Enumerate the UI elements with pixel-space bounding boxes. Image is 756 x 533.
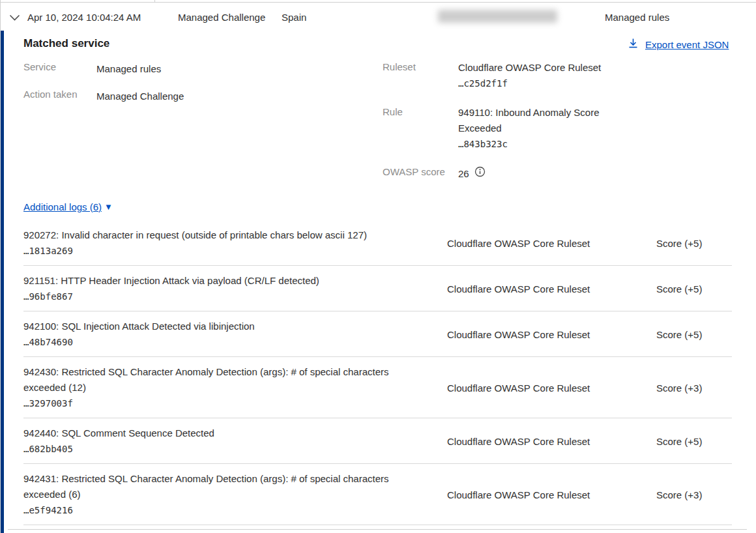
- log-rule-cell: 942431: Restricted SQL Character Anomaly…: [23, 471, 447, 518]
- log-row: 920272: Invalid character in request (ou…: [23, 220, 732, 266]
- log-rule-title: 942430: Restricted SQL Character Anomaly…: [23, 366, 389, 393]
- ruleset-label: Ruleset: [383, 61, 416, 72]
- log-rule-title: 920272: Invalid character in request (ou…: [23, 229, 367, 240]
- owasp-score-value: 26: [458, 166, 469, 182]
- log-rule-hash: …e5f94216: [23, 505, 73, 515]
- info-icon[interactable]: [474, 166, 486, 180]
- log-rule-hash: …48b74690: [23, 337, 73, 347]
- owasp-score-label: OWASP score: [383, 166, 445, 177]
- ruleset-hash: …c25d2f1f: [458, 78, 508, 89]
- log-rule-cell: 921151: HTTP Header Injection Attack via…: [23, 273, 447, 304]
- download-icon: [628, 38, 639, 51]
- additional-logs-toggle[interactable]: Additional logs (6) ▼: [23, 201, 113, 212]
- log-rule-title: 942440: SQL Comment Sequence Detected: [23, 427, 214, 439]
- log-rule-hash: …682bb405: [23, 444, 73, 454]
- event-timestamp: Apr 10, 2024 10:04:24 AM: [27, 12, 141, 23]
- log-ruleset-cell: Cloudflare OWASP Core Ruleset: [447, 436, 656, 447]
- log-ruleset-cell: Cloudflare OWASP Core Ruleset: [447, 329, 656, 340]
- ruleset-value: Cloudflare OWASP Core Ruleset …c25d2f1f: [458, 60, 615, 91]
- log-row: 921151: HTTP Header Injection Attack via…: [23, 266, 732, 311]
- log-rule-cell: 942100: SQL Injection Attack Detected vi…: [23, 319, 447, 350]
- collapse-row-chevron-down-icon[interactable]: [9, 12, 20, 24]
- firewall-event-detail: Apr 10, 2024 10:04:24 AM Managed Challen…: [0, 0, 756, 533]
- log-ruleset-cell: Cloudflare OWASP Core Ruleset: [447, 238, 656, 249]
- log-rule-hash: …1813a269: [23, 246, 73, 256]
- log-rule-cell: 942430: Restricted SQL Character Anomaly…: [23, 364, 447, 411]
- log-rule-title: 942100: SQL Injection Attack Detected vi…: [23, 321, 255, 332]
- export-event-json-link[interactable]: Export event JSON: [645, 39, 729, 50]
- event-action: Managed Challenge: [178, 12, 265, 23]
- redacted-host-text: [438, 10, 557, 23]
- selected-row-accent-stripe: [1, 31, 4, 533]
- top-border: [0, 2, 756, 3]
- service-value: Managed rules: [96, 61, 161, 77]
- left-border: [0, 0, 1, 31]
- additional-logs-table: 920272: Invalid character in request (ou…: [23, 220, 732, 525]
- rule-label: Rule: [383, 106, 403, 117]
- log-row: 942431: Restricted SQL Character Anomaly…: [23, 464, 732, 525]
- panel-title: Matched service: [23, 37, 109, 50]
- rule-name: 949110: Inbound Anomaly Score Exceeded: [458, 107, 600, 134]
- log-rule-hash: …96bfe867: [23, 291, 73, 302]
- log-score-cell: Score (+5): [656, 283, 732, 295]
- log-score-cell: Score (+5): [656, 329, 732, 340]
- caret-down-icon: ▼: [104, 203, 113, 211]
- next-row-top-border: [8, 529, 747, 530]
- log-rule-title: 921151: HTTP Header Injection Attack via…: [23, 275, 319, 286]
- log-row: 942100: SQL Injection Attack Detected vi…: [23, 311, 732, 357]
- rule-value: 949110: Inbound Anomaly Score Exceeded ……: [458, 105, 609, 152]
- log-score-cell: Score (+3): [656, 489, 732, 500]
- export-event-json[interactable]: Export event JSON: [628, 38, 729, 51]
- log-ruleset-cell: Cloudflare OWASP Core Ruleset: [447, 489, 656, 500]
- log-row: 942440: SQL Comment Sequence Detected …6…: [23, 418, 732, 464]
- rule-hash: …843b323c: [458, 139, 508, 149]
- additional-logs-link[interactable]: Additional logs (6): [23, 201, 102, 212]
- event-country: Spain: [282, 12, 306, 23]
- log-rule-cell: 942440: SQL Comment Sequence Detected …6…: [23, 425, 447, 457]
- log-score-cell: Score (+5): [656, 238, 732, 249]
- log-rule-title: 942431: Restricted SQL Character Anomaly…: [23, 473, 389, 500]
- log-score-cell: Score (+5): [656, 436, 732, 447]
- event-service: Managed rules: [605, 12, 669, 23]
- action-taken-label: Action taken: [23, 89, 78, 100]
- service-label: Service: [23, 61, 56, 72]
- log-row: 942430: Restricted SQL Character Anomaly…: [23, 357, 732, 418]
- previous-row-column-divider: [154, 0, 155, 2]
- log-score-cell: Score (+3): [656, 382, 732, 394]
- ruleset-name: Cloudflare OWASP Core Ruleset: [458, 62, 601, 73]
- log-ruleset-cell: Cloudflare OWASP Core Ruleset: [447, 283, 656, 295]
- action-taken-value: Managed Challenge: [96, 89, 184, 104]
- log-rule-hash: …3297003f: [23, 398, 73, 409]
- log-ruleset-cell: Cloudflare OWASP Core Ruleset: [447, 382, 656, 394]
- log-rule-cell: 920272: Invalid character in request (ou…: [23, 227, 447, 259]
